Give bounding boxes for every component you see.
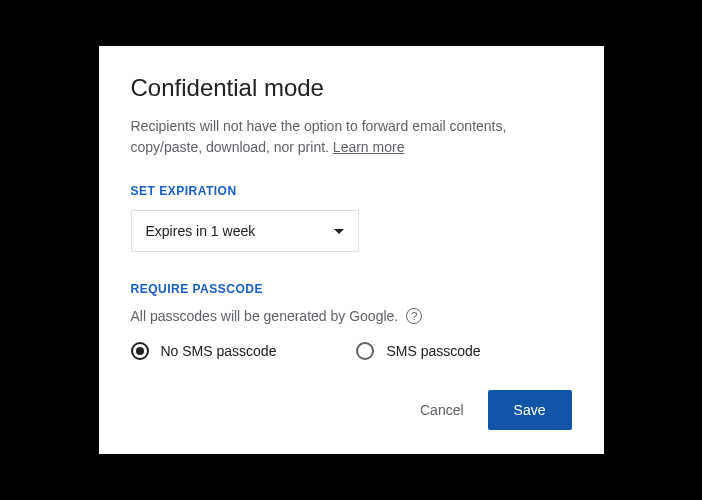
dialog-actions: Cancel Save [131, 390, 572, 430]
confidential-mode-dialog: Confidential mode Recipients will not ha… [99, 46, 604, 454]
passcode-note-text: All passcodes will be generated by Googl… [131, 308, 399, 324]
radio-sms[interactable]: SMS passcode [356, 342, 480, 360]
help-icon[interactable]: ? [406, 308, 422, 324]
description-text: Recipients will not have the option to f… [131, 118, 507, 155]
radio-label: SMS passcode [386, 343, 480, 359]
radio-icon [356, 342, 374, 360]
cancel-button[interactable]: Cancel [414, 392, 470, 428]
require-passcode-label: REQUIRE PASSCODE [131, 282, 572, 296]
expiration-select[interactable]: Expires in 1 week [131, 210, 359, 252]
dialog-title: Confidential mode [131, 74, 572, 102]
passcode-note: All passcodes will be generated by Googl… [131, 308, 572, 324]
set-expiration-label: SET EXPIRATION [131, 184, 572, 198]
learn-more-link[interactable]: Learn more [333, 139, 405, 155]
radio-no-sms[interactable]: No SMS passcode [131, 342, 277, 360]
expiration-selected-value: Expires in 1 week [146, 223, 256, 239]
caret-down-icon [334, 229, 344, 234]
radio-label: No SMS passcode [161, 343, 277, 359]
dialog-description: Recipients will not have the option to f… [131, 116, 572, 158]
radio-icon [131, 342, 149, 360]
save-button[interactable]: Save [488, 390, 572, 430]
passcode-radio-group: No SMS passcode SMS passcode [131, 342, 572, 360]
